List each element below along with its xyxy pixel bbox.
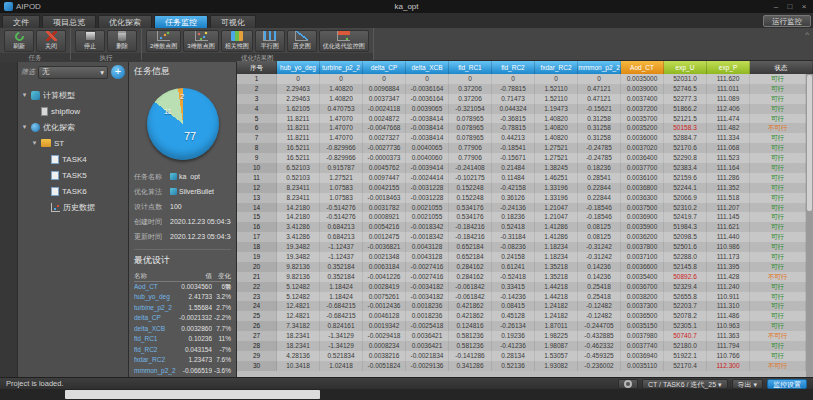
close-button[interactable]: ×	[799, 2, 809, 11]
table-row[interactable]: 294.281360.5218340.0038216-0.0021834-0.1…	[237, 351, 806, 361]
best-design-row[interactable]: Aod_CT0.00345606%	[134, 282, 231, 293]
export-button[interactable]: 导出 ▾	[732, 379, 763, 389]
status-badge: 可行	[750, 163, 806, 173]
maximize-button[interactable]: □	[785, 2, 795, 11]
table-row[interactable]: 106.521030.9157870.0045762-0.0039414-0.2…	[237, 163, 806, 173]
ribbon-button-trash[interactable]: 删除	[107, 30, 137, 52]
ribbon-button-parallel[interactable]: 平行图	[255, 30, 285, 52]
ribbon-button-scatter3d[interactable]: 3维散点图	[183, 30, 218, 52]
tab-项目总览[interactable]: 项目总览	[42, 15, 96, 28]
tab-任务监控[interactable]: 任务监控	[154, 15, 208, 28]
chevron-down-icon: ▾	[100, 68, 104, 77]
vertical-scrollbar[interactable]	[806, 74, 813, 377]
ribbon-button-correlation[interactable]: 相关性图	[221, 30, 253, 52]
column-header-Aod_CT[interactable]: Aod_CT	[621, 61, 664, 74]
minimize-button[interactable]: –	[771, 2, 781, 11]
column-header-delta_XCB[interactable]: delta_XCB	[406, 61, 449, 74]
column-header-fxdar_RC2[interactable]: fxdar_RC2	[535, 61, 578, 74]
tree-item-TASK6[interactable]: TASK6	[21, 183, 125, 199]
add-task-button[interactable]: +	[111, 65, 125, 79]
table-row[interactable]: 219.821360.352184-0.0041226-0.00274160.2…	[237, 272, 806, 282]
column-header-序号[interactable]: 序号	[237, 61, 277, 74]
ribbon-collapse-icon[interactable]: ^	[805, 30, 809, 39]
column-header-fld_RC1[interactable]: fld_RC1	[449, 61, 492, 74]
table-row[interactable]: 110.521031.275210.0097447-0.0024414-0.10…	[237, 173, 806, 183]
info-field-value: ka_opt	[179, 173, 200, 180]
column-header-exp_P[interactable]: exp_P	[707, 61, 750, 74]
table-row[interactable]: 225.124821.184240.0028419-0.0034182-0.06…	[237, 282, 806, 292]
ribbon-button-close[interactable]: 关闭	[36, 30, 66, 52]
filter-dropdown[interactable]: 无 ▾	[38, 66, 108, 79]
run-monitor-button[interactable]: 运行监控	[763, 15, 811, 27]
task-icon	[51, 155, 59, 164]
best-design-row[interactable]: hub_yo_deg2.417333.2%	[134, 292, 231, 303]
column-header-exp_U[interactable]: exp_U	[664, 61, 707, 74]
tree-item-shipflow[interactable]: shipflow	[21, 103, 125, 119]
column-header-状态[interactable]: 状态	[750, 61, 813, 74]
column-header-turbine_p2_2[interactable]: turbine_p2_2	[320, 61, 363, 74]
table-row[interactable]: 916.5211-0.829966-0.00003730.00400600.77…	[237, 153, 806, 163]
column-header-mmmon_p2_2[interactable]: mmmon_p2_2	[578, 61, 621, 74]
status-message: Project is loaded.	[6, 379, 64, 388]
ribbon: 刷新关闭任务停止删除执行2维散点图3维散点图相关性图平行图历史图优化迭代监控图优…	[0, 28, 813, 61]
best-design-row[interactable]: turbine_p2_21.556842.7%	[134, 303, 231, 314]
best-design-row[interactable]: mmmon_p2_2-0.066519-3.6%	[134, 366, 231, 377]
column-header-hub_yo_deg[interactable]: hub_yo_deg	[277, 61, 320, 74]
table-row[interactable]: 1414.2180-0.5142760.00317820.00210550.53…	[237, 203, 806, 213]
table-row[interactable]: 209.821360.3521840.0063184-0.00274160.28…	[237, 262, 806, 272]
table-row[interactable]: 2818.2341-1.341290.00082340.00364210.581…	[237, 341, 806, 351]
tab-文件[interactable]: 文件	[2, 15, 40, 28]
ribbon-button-scatter2d[interactable]: 2维散点图	[146, 30, 181, 52]
tree-item-计算模型[interactable]: ▾计算模型	[21, 87, 125, 103]
best-design-row[interactable]: fld_RC20.043154-7%	[134, 345, 231, 356]
table-row[interactable]: 235.124821.184240.0075261-0.0034182-0.06…	[237, 292, 806, 302]
table-row[interactable]: 1919.3482-1.124370.00213480.00431280.652…	[237, 252, 806, 262]
tree-arrow-icon[interactable]: ▾	[21, 91, 28, 99]
tree-arrow-icon[interactable]: ▾	[21, 123, 28, 131]
table-row[interactable]: 611.82111.47070-0.0047668-0.00384140.078…	[237, 123, 806, 133]
table-row[interactable]: 138.234111.07583-0.0018463-0.00312280.15…	[237, 193, 806, 203]
best-design-row[interactable]: fld_RC10.1023611%	[134, 334, 231, 345]
table-row[interactable]: 1514.2180-0.5142760.00089210.00210550.53…	[237, 212, 806, 222]
column-header-fld_RC2[interactable]: fld_RC2	[492, 61, 535, 74]
table-row[interactable]: 1000000000.003500052031.0111.620可行	[237, 74, 806, 84]
table-row[interactable]: 2718.2341-1.34129-0.00294180.00364210.58…	[237, 331, 806, 341]
table-row[interactable]: 32.294631.408200.0037347-0.00361640.3720…	[237, 94, 806, 104]
scrollbar-thumb[interactable]	[807, 75, 812, 211]
task-info-fields: 任务名称ka_opt优化算法SilverBullet设计点数100创建时间202…	[134, 170, 231, 243]
table-row[interactable]: 2512.4821-0.6842150.00461280.00182360.42…	[237, 311, 806, 321]
table-row[interactable]: 128.234111.075830.0042155-0.00312280.152…	[237, 183, 806, 193]
column-header-delta_CP[interactable]: delta_CP	[363, 61, 406, 74]
table-row[interactable]: 1819.3482-1.12437-0.00368210.00431280.65…	[237, 242, 806, 252]
table-row[interactable]: 3010.34181.02418-0.0051824-0.00291360.34…	[237, 361, 806, 371]
ribbon-button-stop[interactable]: 停止	[75, 30, 105, 52]
table-row[interactable]: 41.621050.470753-0.00241180.0039065-0.32…	[237, 104, 806, 114]
table-row[interactable]: 511.82111.470700.0024872-0.00384140.0789…	[237, 114, 806, 124]
monitor-config-button[interactable]: 监控设置	[767, 379, 807, 389]
best-design-row[interactable]: fxdar_RC21.234737.6%	[134, 355, 231, 366]
table-row[interactable]: 2412.4821-0.684215-0.00124360.00182360.4…	[237, 301, 806, 311]
best-design-row[interactable]: delta_CP-0.0021332-2.2%	[134, 313, 231, 324]
info-field-row: 创建时间2020.12.23 05:04:34	[134, 215, 231, 228]
tree-item-优化探索[interactable]: ▾优化探索	[21, 119, 125, 135]
tree-item-ST[interactable]: ▾ST	[21, 135, 125, 151]
tree-item-历史数据[interactable]: 历史数据	[21, 199, 125, 215]
table-row[interactable]: 163.412860.6842130.0054216-0.0018342-0.1…	[237, 222, 806, 232]
table-row[interactable]: 816.5211-0.829966-0.00277360.00400650.77…	[237, 143, 806, 153]
ribbon-button-history[interactable]: 历史图	[287, 30, 317, 52]
iteration-breadcrumb-dropdown[interactable]: CT / TASK6 / 迭代_25 ▾	[642, 379, 728, 389]
table-row[interactable]: 267.341820.8241610.0019342-0.00254180.12…	[237, 321, 806, 331]
tree-item-TASK5[interactable]: TASK5	[21, 167, 125, 183]
best-design-row[interactable]: delta_XCB0.00328607.7%	[134, 324, 231, 335]
tab-可视化[interactable]: 可视化	[210, 15, 256, 28]
ribbon-button-monitor[interactable]: 优化迭代监控图	[319, 30, 369, 52]
table-row[interactable]: 173.412860.6842130.0012475-0.0018342-0.1…	[237, 232, 806, 242]
bottom-inset	[65, 390, 320, 399]
settings-button[interactable]	[618, 379, 638, 389]
tab-优化探索[interactable]: 优化探索	[98, 15, 152, 28]
table-row[interactable]: 22.294631.408200.0096884-0.00361640.3720…	[237, 84, 806, 94]
tree-arrow-icon[interactable]: ▾	[31, 139, 38, 147]
tree-item-TASK4[interactable]: TASK4	[21, 151, 125, 167]
ribbon-button-refresh[interactable]: 刷新	[4, 30, 34, 52]
table-row[interactable]: 711.82111.470700.0027327-0.00384140.0789…	[237, 133, 806, 143]
